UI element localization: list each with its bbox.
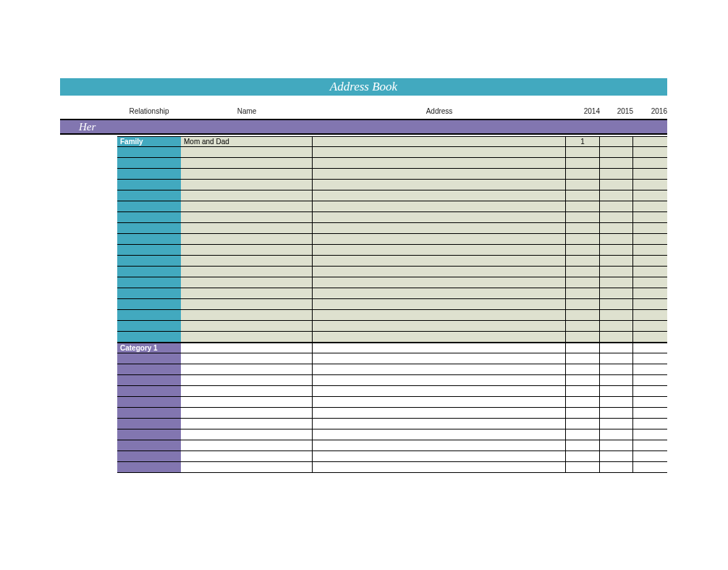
cell-year-3[interactable] [633, 353, 667, 364]
cell-year-2[interactable] [600, 223, 633, 233]
cell-year-3[interactable] [633, 343, 667, 353]
cell-name[interactable] [181, 245, 313, 255]
cell-year-3[interactable] [633, 310, 667, 320]
cell-year-1[interactable] [566, 440, 600, 450]
cell-year-2[interactable] [600, 190, 633, 201]
cell-name[interactable] [181, 158, 313, 168]
cell-year-2[interactable] [600, 288, 633, 298]
cell-year-2[interactable] [600, 201, 633, 211]
cell-year-2[interactable] [600, 180, 633, 190]
cell-address[interactable] [313, 364, 566, 374]
cell-name[interactable] [181, 267, 313, 277]
cell-year-3[interactable] [633, 429, 667, 440]
cell-name[interactable] [181, 299, 313, 309]
cell-year-2[interactable] [600, 332, 633, 342]
cell-year-3[interactable] [633, 462, 667, 472]
cell-address[interactable] [313, 234, 566, 244]
cell-year-3[interactable] [633, 234, 667, 244]
cell-year-3[interactable] [633, 277, 667, 288]
cell-name[interactable] [181, 343, 313, 353]
cell-address[interactable] [313, 440, 566, 450]
cell-year-1[interactable] [566, 277, 600, 288]
cell-year-1[interactable] [566, 158, 600, 168]
cell-address[interactable] [313, 277, 566, 288]
cell-year-1[interactable] [566, 299, 600, 309]
cell-address[interactable] [313, 223, 566, 233]
cell-name[interactable] [181, 234, 313, 244]
cell-year-2[interactable] [600, 310, 633, 320]
cell-year-3[interactable] [633, 256, 667, 266]
cell-year-3[interactable] [633, 364, 667, 374]
cell-year-2[interactable] [600, 267, 633, 277]
cell-year-3[interactable] [633, 137, 667, 146]
cell-address[interactable] [313, 180, 566, 190]
cell-year-3[interactable] [633, 332, 667, 342]
cell-address[interactable] [313, 397, 566, 407]
cell-address[interactable] [313, 462, 566, 472]
cell-year-2[interactable] [600, 408, 633, 418]
cell-name[interactable] [181, 256, 313, 266]
cell-address[interactable] [313, 147, 566, 157]
cell-year-2[interactable] [600, 277, 633, 288]
cell-address[interactable] [313, 321, 566, 331]
cell-name[interactable] [181, 332, 313, 342]
cell-year-1[interactable] [566, 353, 600, 364]
cell-year-3[interactable] [633, 180, 667, 190]
cell-name[interactable] [181, 462, 313, 472]
cell-year-1[interactable] [566, 419, 600, 429]
cell-year-1[interactable] [566, 245, 600, 255]
cell-name[interactable] [181, 288, 313, 298]
cell-year-1[interactable] [566, 321, 600, 331]
cell-year-3[interactable] [633, 245, 667, 255]
cell-name[interactable]: Mom and Dad [181, 137, 313, 146]
cell-year-2[interactable] [600, 364, 633, 374]
cell-name[interactable] [181, 277, 313, 288]
cell-year-3[interactable] [633, 321, 667, 331]
cell-address[interactable] [313, 137, 566, 146]
cell-year-2[interactable] [600, 147, 633, 157]
cell-name[interactable] [181, 451, 313, 461]
cell-year-1[interactable] [566, 212, 600, 222]
cell-address[interactable] [313, 245, 566, 255]
cell-year-3[interactable] [633, 267, 667, 277]
cell-year-3[interactable] [633, 299, 667, 309]
cell-name[interactable] [181, 212, 313, 222]
cell-name[interactable] [181, 386, 313, 396]
cell-year-2[interactable] [600, 440, 633, 450]
cell-year-2[interactable] [600, 353, 633, 364]
cell-address[interactable] [313, 408, 566, 418]
cell-name[interactable] [181, 169, 313, 179]
cell-year-1[interactable] [566, 462, 600, 472]
cell-year-1[interactable] [566, 234, 600, 244]
cell-year-2[interactable] [600, 321, 633, 331]
cell-name[interactable] [181, 180, 313, 190]
cell-year-3[interactable] [633, 397, 667, 407]
cell-name[interactable] [181, 375, 313, 385]
cell-year-3[interactable] [633, 147, 667, 157]
cell-address[interactable] [313, 190, 566, 201]
cell-year-2[interactable] [600, 419, 633, 429]
cell-year-2[interactable] [600, 158, 633, 168]
cell-year-1[interactable] [566, 256, 600, 266]
cell-year-1[interactable]: 1 [566, 137, 600, 146]
cell-year-1[interactable] [566, 397, 600, 407]
cell-name[interactable] [181, 201, 313, 211]
cell-year-3[interactable] [633, 169, 667, 179]
cell-year-3[interactable] [633, 451, 667, 461]
cell-year-1[interactable] [566, 386, 600, 396]
cell-name[interactable] [181, 321, 313, 331]
cell-year-3[interactable] [633, 158, 667, 168]
cell-name[interactable] [181, 310, 313, 320]
cell-name[interactable] [181, 190, 313, 201]
cell-year-2[interactable] [600, 451, 633, 461]
cell-year-1[interactable] [566, 343, 600, 353]
cell-year-1[interactable] [566, 408, 600, 418]
cell-name[interactable] [181, 397, 313, 407]
cell-year-1[interactable] [566, 364, 600, 374]
cell-year-1[interactable] [566, 451, 600, 461]
cell-name[interactable] [181, 419, 313, 429]
cell-year-1[interactable] [566, 201, 600, 211]
cell-year-1[interactable] [566, 375, 600, 385]
cell-year-3[interactable] [633, 201, 667, 211]
cell-address[interactable] [313, 169, 566, 179]
